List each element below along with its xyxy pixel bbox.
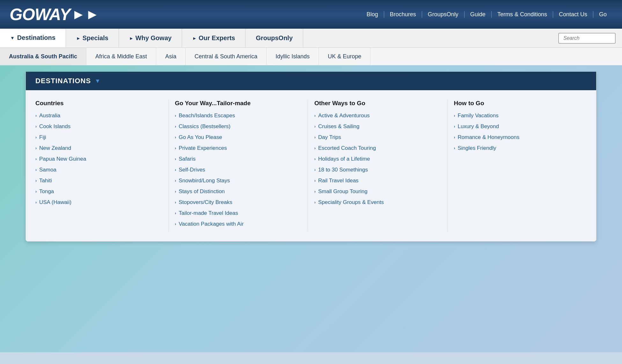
list-arrow-icon: › (35, 135, 37, 140)
list-item: ›Snowbird/Long Stays (175, 178, 302, 184)
list-item: ›Luxury & Beyond (454, 123, 581, 130)
list-item: ›Stays of Distinction (175, 188, 302, 195)
link-family-vacations[interactable]: Family Vacations (458, 113, 499, 119)
list-item: ›Family Vacations (454, 113, 581, 119)
sub-nav-australia[interactable]: Australia & South Pacific (0, 48, 86, 65)
link-snowbird[interactable]: Snowbird/Long Stays (179, 178, 230, 184)
list-arrow-icon: › (314, 189, 316, 194)
list-arrow-icon: › (314, 157, 316, 161)
link-private-experiences[interactable]: Private Experiences (179, 145, 227, 151)
list-item: ›Active & Adventurous (314, 113, 441, 119)
list-item: ›Beach/Islands Escapes (175, 113, 302, 119)
list-item: ›Rail Travel Ideas (314, 178, 441, 184)
list-arrow-icon: › (35, 168, 37, 172)
main-nav-specials[interactable]: ► Specials (66, 29, 119, 47)
dropdown-column-countries: Countries ›Australia ›Cook Islands ›Fiji… (35, 100, 169, 232)
link-go-as-you-please[interactable]: Go As You Please (179, 134, 222, 141)
list-arrow-icon: › (314, 200, 316, 205)
main-nav-our-experts[interactable]: ► Our Experts (182, 29, 245, 47)
arrow-right-icon-experts: ► (192, 36, 197, 41)
list-item: ›Small Group Touring (314, 188, 441, 195)
list-arrow-icon: › (454, 124, 455, 129)
link-tailor-made[interactable]: Tailor-made Travel Ideas (179, 210, 238, 216)
search-box (552, 29, 622, 47)
link-rail-travel[interactable]: Rail Travel Ideas (318, 178, 359, 184)
link-stays-distinction[interactable]: Stays of Distinction (179, 188, 225, 195)
top-nav-go[interactable]: Go (593, 11, 612, 18)
list-arrow-icon: › (454, 135, 455, 140)
top-nav-contact[interactable]: Contact Us (553, 11, 593, 18)
arrow-right-icon-specials: ► (76, 36, 81, 41)
top-nav-terms[interactable]: Terms & Conditions (492, 11, 553, 18)
list-arrow-icon: › (35, 200, 37, 205)
sub-nav-asia[interactable]: Asia (156, 48, 186, 65)
list-item: ›USA (Hawaii) (35, 199, 162, 206)
list-item: ›Stopovers/City Breaks (175, 199, 302, 206)
column-title-countries: Countries (35, 100, 162, 107)
main-nav-why-goway[interactable]: ► Why Goway (119, 29, 182, 47)
link-usa-hawaii[interactable]: USA (Hawaii) (39, 199, 71, 206)
list-arrow-icon: › (175, 135, 176, 140)
top-nav-guide[interactable]: Guide (465, 11, 492, 18)
list-item: ›Singles Friendly (454, 145, 581, 151)
arrow-down-icon: ▼ (10, 35, 15, 40)
list-item: ›Australia (35, 113, 162, 119)
link-beach-islands[interactable]: Beach/Islands Escapes (179, 113, 235, 119)
link-escorted-coach[interactable]: Escorted Coach Touring (318, 145, 376, 151)
list-item: ›Classics (Bestsellers) (175, 123, 302, 130)
sub-nav-idyllic-islands[interactable]: Idyllic Islands (267, 48, 319, 65)
link-safaris[interactable]: Safaris (179, 156, 196, 162)
link-day-trips[interactable]: Day Trips (318, 134, 341, 141)
link-new-zealand[interactable]: New Zealand (39, 145, 71, 151)
link-cook-islands[interactable]: Cook Islands (39, 123, 70, 130)
link-cruises-sailing[interactable]: Cruises & Sailing (318, 123, 359, 130)
link-luxury-beyond[interactable]: Luxury & Beyond (458, 123, 499, 130)
list-arrow-icon: › (175, 124, 176, 129)
link-active-adventurous[interactable]: Active & Adventurous (318, 113, 370, 119)
link-australia[interactable]: Australia (39, 113, 60, 119)
list-arrow-icon: › (314, 135, 316, 140)
top-nav-brochures[interactable]: Brochures (384, 11, 422, 18)
list-arrow-icon: › (454, 146, 455, 150)
list-item: ›Safaris (175, 156, 302, 162)
link-classics[interactable]: Classics (Bestsellers) (179, 123, 231, 130)
link-vacation-packages[interactable]: Vacation Packages with Air (179, 221, 244, 227)
main-nav-groups-only[interactable]: GroupsOnly (245, 29, 303, 47)
sub-nav-uk-europe[interactable]: UK & Europe (319, 48, 370, 65)
top-header: GOWAY ►► Blog Brochures GroupsOnly Guide… (0, 0, 622, 29)
dropdown-panel: DESTINATIONS ▼ Countries ›Australia ›Coo… (26, 72, 596, 242)
list-arrow-icon: › (175, 189, 176, 194)
link-holidays-lifetime[interactable]: Holidays of a Lifetime (318, 156, 370, 162)
link-fiji[interactable]: Fiji (39, 134, 46, 141)
list-item: ›Romance & Honeymoons (454, 134, 581, 141)
link-samoa[interactable]: Samoa (39, 167, 56, 173)
list-arrow-icon: › (35, 157, 37, 161)
list-item: ›Go As You Please (175, 134, 302, 141)
list-arrow-icon: › (175, 146, 176, 150)
top-nav-blog[interactable]: Blog (361, 11, 384, 18)
search-input[interactable] (558, 33, 616, 44)
list-item: ›18 to 30 Somethings (314, 167, 441, 173)
list-item: ›Escorted Coach Touring (314, 145, 441, 151)
list-arrow-icon: › (314, 113, 316, 118)
link-romance-honeymoons[interactable]: Romance & Honeymoons (458, 134, 520, 141)
link-papua-new-guinea[interactable]: Papua New Guinea (39, 156, 86, 162)
link-small-group[interactable]: Small Group Touring (318, 188, 368, 195)
dropdown-column-how-to-go: How to Go ›Family Vacations ›Luxury & Be… (448, 100, 587, 232)
dropdown-body: Countries ›Australia ›Cook Islands ›Fiji… (26, 90, 596, 241)
list-item: ›Cruises & Sailing (314, 123, 441, 130)
link-singles-friendly[interactable]: Singles Friendly (458, 145, 496, 151)
link-self-drives[interactable]: Self-Drives (179, 167, 205, 173)
logo-text: GOWAY (10, 5, 70, 24)
link-speciality-groups[interactable]: Speciality Groups & Events (318, 199, 384, 206)
link-stopovers[interactable]: Stopovers/City Breaks (179, 199, 232, 206)
sub-nav-central-south-america[interactable]: Central & South America (186, 48, 267, 65)
dropdown-column-go-your-way: Go Your Way...Tailor-made ›Beach/Islands… (169, 100, 308, 232)
link-tonga[interactable]: Tonga (39, 188, 54, 195)
top-nav-groupsonly[interactable]: GroupsOnly (422, 11, 465, 18)
main-nav-destinations[interactable]: ▼ Destinations (0, 29, 66, 47)
sub-nav-africa[interactable]: Africa & Middle East (86, 48, 156, 65)
list-item: ›Tahiti (35, 178, 162, 184)
link-tahiti[interactable]: Tahiti (39, 178, 52, 184)
link-18-30[interactable]: 18 to 30 Somethings (318, 167, 368, 173)
